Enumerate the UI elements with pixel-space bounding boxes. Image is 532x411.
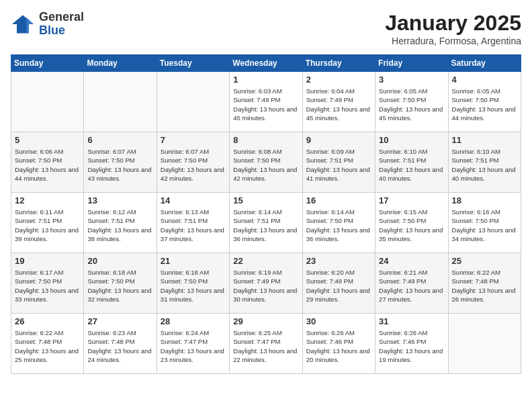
day-number: 13 <box>87 195 152 205</box>
title-block: January 2025 Herradura, Formosa, Argenti… <box>385 11 521 46</box>
sunrise-time: Sunrise: 6:10 AM <box>379 148 427 155</box>
calendar-week-4: 19Sunrise: 6:17 AMSunset: 7:50 PMDayligh… <box>11 253 521 314</box>
sunset-time: Sunset: 7:49 PM <box>306 96 353 103</box>
daylight-hours: Daylight: 13 hours and 44 minutes. <box>15 166 79 182</box>
cell-content: Sunrise: 6:21 AMSunset: 7:49 PMDaylight:… <box>379 268 444 304</box>
calendar-cell: 12Sunrise: 6:11 AMSunset: 7:51 PMDayligh… <box>11 193 84 253</box>
cell-content: Sunrise: 6:20 AMSunset: 7:49 PMDaylight:… <box>306 268 371 304</box>
daylight-hours: Daylight: 13 hours and 29 minutes. <box>306 287 370 303</box>
cell-content: Sunrise: 6:10 AMSunset: 7:51 PMDaylight:… <box>379 147 444 183</box>
cell-content: Sunrise: 6:05 AMSunset: 7:50 PMDaylight:… <box>452 87 517 122</box>
sunrise-time: Sunrise: 6:26 AM <box>306 329 355 336</box>
sunset-time: Sunset: 7:50 PM <box>452 96 499 103</box>
calendar-week-2: 5Sunrise: 6:06 AMSunset: 7:50 PMDaylight… <box>11 132 521 193</box>
day-number: 1 <box>233 75 298 85</box>
sunrise-time: Sunrise: 6:07 AM <box>161 148 209 155</box>
cell-content: Sunrise: 6:24 AMSunset: 7:47 PMDaylight:… <box>161 328 226 364</box>
sunrise-time: Sunrise: 6:21 AM <box>379 269 427 276</box>
calendar-cell: 4Sunrise: 6:05 AMSunset: 7:50 PMDaylight… <box>448 72 521 132</box>
calendar-cell <box>11 72 84 132</box>
cell-content: Sunrise: 6:22 AMSunset: 7:48 PMDaylight:… <box>452 268 517 304</box>
day-number: 10 <box>379 135 444 145</box>
col-saturday: Saturday <box>448 55 521 72</box>
logo: General Blue <box>11 11 84 38</box>
col-thursday: Thursday <box>302 55 375 72</box>
cell-content: Sunrise: 6:15 AMSunset: 7:50 PMDaylight:… <box>379 208 444 243</box>
calendar-cell: 29Sunrise: 6:25 AMSunset: 7:47 PMDayligh… <box>230 314 302 374</box>
sunset-time: Sunset: 7:49 PM <box>306 277 353 285</box>
sunset-time: Sunset: 7:49 PM <box>379 277 426 285</box>
sunrise-time: Sunrise: 6:16 AM <box>452 208 500 216</box>
daylight-hours: Daylight: 13 hours and 45 minutes. <box>379 105 443 122</box>
calendar-cell: 3Sunrise: 6:05 AMSunset: 7:50 PMDaylight… <box>375 72 448 132</box>
daylight-hours: Daylight: 13 hours and 36 minutes. <box>233 226 297 242</box>
sunrise-time: Sunrise: 6:22 AM <box>15 329 63 336</box>
sunrise-time: Sunrise: 6:12 AM <box>87 208 136 216</box>
daylight-hours: Daylight: 13 hours and 42 minutes. <box>161 166 224 182</box>
sunrise-time: Sunrise: 6:25 AM <box>233 329 281 336</box>
sunrise-time: Sunrise: 6:24 AM <box>161 329 209 336</box>
sunset-time: Sunset: 7:50 PM <box>379 217 426 224</box>
cell-content: Sunrise: 6:06 AMSunset: 7:50 PMDaylight:… <box>15 147 80 183</box>
day-number: 26 <box>15 316 80 326</box>
sunset-time: Sunset: 7:51 PM <box>15 217 62 224</box>
cell-content: Sunrise: 6:22 AMSunset: 7:48 PMDaylight:… <box>15 328 80 364</box>
calendar-cell: 5Sunrise: 6:06 AMSunset: 7:50 PMDaylight… <box>11 132 84 193</box>
sunrise-time: Sunrise: 6:20 AM <box>306 269 355 276</box>
col-sunday: Sunday <box>11 55 84 72</box>
day-number: 15 <box>233 195 298 205</box>
sunset-time: Sunset: 7:50 PM <box>452 217 499 224</box>
cell-content: Sunrise: 6:25 AMSunset: 7:47 PMDaylight:… <box>233 328 298 364</box>
sunset-time: Sunset: 7:47 PM <box>233 338 280 345</box>
daylight-hours: Daylight: 13 hours and 35 minutes. <box>379 226 443 242</box>
page-header: General Blue January 2025 Herradura, For… <box>11 11 521 46</box>
calendar-cell <box>157 72 229 132</box>
daylight-hours: Daylight: 13 hours and 24 minutes. <box>87 347 151 363</box>
calendar-week-3: 12Sunrise: 6:11 AMSunset: 7:51 PMDayligh… <box>11 193 521 253</box>
month-title: January 2025 <box>385 11 521 36</box>
sunrise-time: Sunrise: 6:14 AM <box>233 208 281 216</box>
sunset-time: Sunset: 7:49 PM <box>233 96 280 103</box>
cell-content: Sunrise: 6:19 AMSunset: 7:49 PMDaylight:… <box>233 268 298 304</box>
calendar-week-1: 1Sunrise: 6:03 AMSunset: 7:49 PMDaylight… <box>11 72 521 132</box>
day-number: 4 <box>452 75 517 85</box>
sunset-time: Sunset: 7:51 PM <box>87 217 134 224</box>
calendar-cell: 31Sunrise: 6:26 AMSunset: 7:46 PMDayligh… <box>375 314 448 374</box>
daylight-hours: Daylight: 13 hours and 27 minutes. <box>379 287 443 303</box>
daylight-hours: Daylight: 13 hours and 33 minutes. <box>15 287 79 303</box>
cell-content: Sunrise: 6:14 AMSunset: 7:50 PMDaylight:… <box>306 208 371 243</box>
daylight-hours: Daylight: 13 hours and 40 minutes. <box>452 166 516 182</box>
day-number: 16 <box>306 195 371 205</box>
cell-content: Sunrise: 6:18 AMSunset: 7:50 PMDaylight:… <box>87 268 152 304</box>
day-number: 24 <box>379 256 444 266</box>
sunset-time: Sunset: 7:51 PM <box>306 156 353 164</box>
sunrise-time: Sunrise: 6:07 AM <box>87 148 136 155</box>
daylight-hours: Daylight: 13 hours and 45 minutes. <box>233 105 297 122</box>
sunset-time: Sunset: 7:50 PM <box>161 277 208 285</box>
logo-blue-text: Blue <box>39 24 65 37</box>
calendar-cell: 16Sunrise: 6:14 AMSunset: 7:50 PMDayligh… <box>302 193 375 253</box>
daylight-hours: Daylight: 13 hours and 45 minutes. <box>306 105 370 122</box>
day-number: 29 <box>233 316 298 326</box>
cell-content: Sunrise: 6:17 AMSunset: 7:50 PMDaylight:… <box>15 268 80 304</box>
sunset-time: Sunset: 7:51 PM <box>452 156 499 164</box>
daylight-hours: Daylight: 13 hours and 41 minutes. <box>306 166 370 182</box>
calendar-cell: 30Sunrise: 6:26 AMSunset: 7:46 PMDayligh… <box>302 314 375 374</box>
daylight-hours: Daylight: 13 hours and 44 minutes. <box>452 105 516 122</box>
day-number: 6 <box>87 135 152 145</box>
sunrise-time: Sunrise: 6:05 AM <box>379 87 427 95</box>
daylight-hours: Daylight: 13 hours and 37 minutes. <box>161 226 224 242</box>
calendar-cell: 22Sunrise: 6:19 AMSunset: 7:49 PMDayligh… <box>230 253 302 314</box>
sunset-time: Sunset: 7:46 PM <box>306 338 353 345</box>
sunset-time: Sunset: 7:48 PM <box>87 338 134 345</box>
day-number: 28 <box>161 316 226 326</box>
sunset-time: Sunset: 7:48 PM <box>452 277 499 285</box>
day-number: 23 <box>306 256 371 266</box>
daylight-hours: Daylight: 13 hours and 38 minutes. <box>87 226 151 242</box>
sunrise-time: Sunrise: 6:13 AM <box>161 208 209 216</box>
col-wednesday: Wednesday <box>230 55 302 72</box>
day-number: 9 <box>306 135 371 145</box>
day-number: 19 <box>15 256 80 266</box>
cell-content: Sunrise: 6:23 AMSunset: 7:48 PMDaylight:… <box>87 328 152 364</box>
daylight-hours: Daylight: 13 hours and 26 minutes. <box>452 287 516 303</box>
